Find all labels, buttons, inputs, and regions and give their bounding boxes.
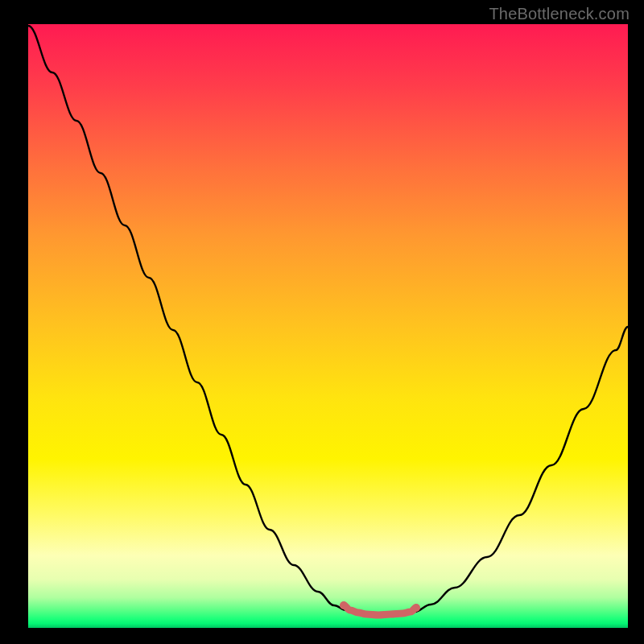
valley-accent-endpoint-left: [340, 601, 348, 609]
chart-frame: TheBottleneck.com: [0, 0, 644, 644]
valley-accent-curve: [344, 605, 416, 615]
watermark-text: TheBottleneck.com: [489, 5, 630, 23]
valley-accent-endpoint-right: [412, 604, 420, 612]
plot-area: [28, 24, 628, 628]
bottleneck-curve: [28, 26, 628, 614]
curve-layer: [28, 24, 628, 628]
